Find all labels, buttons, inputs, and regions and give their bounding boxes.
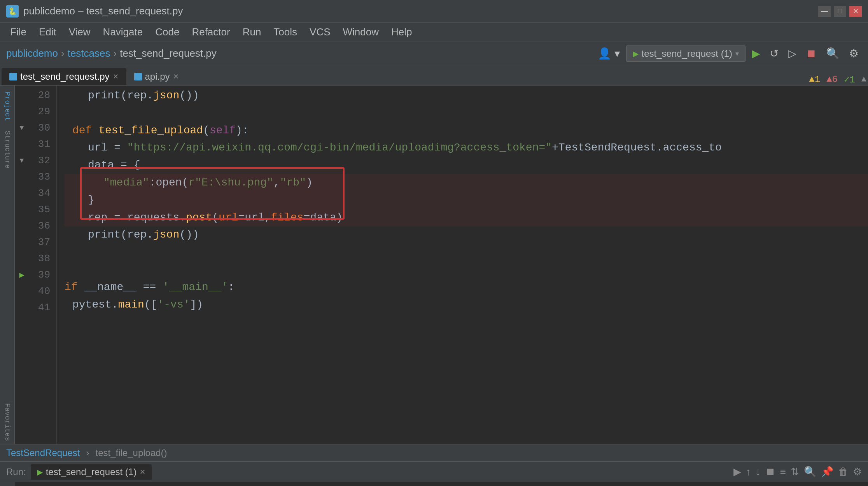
menu-navigate[interactable]: Navigate [98,24,149,40]
status-class[interactable]: TestSendRequest [6,448,80,458]
run-active-tab[interactable]: ▶ test_send_request (1) ✕ [31,464,152,480]
code-editor[interactable]: ▼ ▼ ▶ 28 29 30 [15,86,868,444]
menu-bar: File Edit View Navigate Code Refactor Ru… [0,23,868,42]
fold-icon-32: ▼ [20,157,24,164]
line-numbers: 28 29 30 31 32 33 34 35 36 37 38 39 40 4… [29,86,57,444]
tab-close-api[interactable]: ✕ [173,72,179,81]
tab-icon-api [134,73,142,80]
menu-refactor[interactable]: Refactor [186,24,235,40]
menu-run[interactable]: Run [237,24,267,40]
run-tab-icon: ▶ [37,467,43,477]
code-line-31: url = "https://api.weixin.qq.com/cgi-bin… [65,139,868,157]
menu-file[interactable]: File [5,24,32,40]
run-label: Run: [6,467,26,477]
code-line-39: if __name__ == '__main__': [65,279,868,296]
run-scroll-down-button[interactable]: ↓ [756,466,761,478]
menu-help[interactable]: Help [386,24,417,40]
code-line-41 [65,313,868,331]
tab-test-send-request[interactable]: test_send_request.py ✕ [2,68,126,85]
run-gutter-icon-39: ▶ [19,270,24,280]
tab-label-api: api.py [145,71,170,82]
breadcrumb-file[interactable]: test_send_request.py [120,47,217,59]
code-line-30: def test_file_upload(self): [65,122,868,140]
expand-icon[interactable]: ▲ [861,75,866,84]
code-line-29 [65,105,868,122]
run-sort-button[interactable]: ≡ [780,466,786,478]
menu-view[interactable]: View [63,24,96,40]
search-everywhere-button[interactable]: 🔍 [823,45,843,61]
title-bar: 🐍 publicdemo – test_send_request.py — □ … [0,0,868,23]
menu-code[interactable]: Code [150,24,185,40]
code-line-34: } [65,192,868,209]
error-count: ▲6 [826,74,838,85]
tab-close-active[interactable]: ✕ [113,72,119,81]
settings-button[interactable]: ⚙ [846,45,862,61]
run-pin-button[interactable]: 📌 [821,466,833,478]
structure-sidebar-icon[interactable]: Structure [2,128,13,171]
gutter: ▼ ▼ ▶ [15,86,29,444]
close-button[interactable]: ✕ [849,6,862,17]
code-line-32: data = { [65,157,868,174]
code-line-33: "media":open(r"E:\shu.png","rb") [65,174,868,192]
maximize-button[interactable]: □ [834,6,846,17]
run-panel-left-strip: ▶ ↑ ↓ ⏹ 📌 ≡ ⇅ 🗑 [0,482,15,486]
warning-indicators: ▲1 ▲6 ✓1 ▲ [809,74,866,85]
code-line-36: print(rep.json()) [65,226,868,244]
toolbar: publicdemo › testcases › test_send_reque… [0,42,868,65]
run-stop-button[interactable]: ⏹ [765,466,775,478]
code-line-38 [65,261,868,279]
ok-count: ✓1 [844,74,855,85]
run-filter-button[interactable]: 🔍 [804,466,816,478]
run-config-label: test_send_request (1) [642,48,732,59]
run-panel-body: ▶ ↑ ↓ ⏹ 📌 ≡ ⇅ 🗑 test_send_request.py::Te… [0,482,868,486]
rerun-button[interactable]: ↺ [766,45,782,61]
status-method[interactable]: test_file_upload() [95,448,167,458]
coverage-button[interactable]: ▷ [785,45,800,61]
tab-api[interactable]: api.py ✕ [126,68,187,85]
run-rerun-button[interactable]: ▶ [733,466,741,478]
run-clear-button[interactable]: 🗑 [838,466,848,478]
run-sort2-button[interactable]: ⇅ [791,466,799,478]
menu-tools[interactable]: Tools [268,24,303,40]
breadcrumb-project[interactable]: publicdemo [6,47,58,59]
project-sidebar-icon[interactable]: Project [2,89,13,124]
stop-button[interactable]: ⏹ [803,45,820,61]
run-button[interactable]: ▶ [749,45,763,61]
run-output: test_send_request.py::TestSendRequest::t… [15,482,868,486]
editor-status-bar: TestSendRequest › test_file_upload() [0,444,868,461]
app-icon: 🐍 [6,5,19,17]
code-content[interactable]: print(rep.json()) def test_file_upload(s… [57,86,868,444]
fold-icon-30: ▼ [20,124,24,132]
menu-window[interactable]: Window [338,24,384,40]
code-line-28: print(rep.json()) [65,87,868,105]
window-title: publicdemo – test_send_request.py [23,5,183,17]
run-tab-close[interactable]: ✕ [140,468,145,476]
code-line-40: pytest.main(['-vs']) [65,296,868,314]
run-panel-header: Run: ▶ test_send_request (1) ✕ ▶ ↑ ↓ ⏹ ≡… [0,462,868,482]
run-config-area: 👤 ▾ ▶ test_send_request (1) ▾ ▶ ↺ ▷ ⏹ 🔍 … [595,45,862,62]
run-panel-controls: ▶ ↑ ↓ ⏹ ≡ ⇅ 🔍 📌 🗑 ⚙ [733,466,862,478]
run-tab-label: test_send_request (1) [46,467,136,477]
warning-count: ▲1 [809,74,820,85]
window-controls: — □ ✕ [818,6,862,17]
tab-icon-py [9,73,17,80]
run-settings-button[interactable]: ⚙ [853,466,862,478]
favorites-sidebar-icon[interactable]: Favorites [2,400,13,444]
run-panel: Run: ▶ test_send_request (1) ✕ ▶ ↑ ↓ ⏹ ≡… [0,461,868,486]
code-line-37 [65,244,868,261]
tab-label-active: test_send_request.py [20,71,110,82]
editor-tabs: test_send_request.py ✕ api.py ✕ ▲1 ▲6 ✓1… [0,65,868,86]
profile-button[interactable]: 👤 ▾ [595,45,623,61]
code-line-35: rep = requests.post(url=url,files=data) [65,209,868,227]
breadcrumb-folder[interactable]: testcases [68,47,110,59]
run-config-dropdown[interactable]: ▶ test_send_request (1) ▾ [626,45,746,62]
menu-vcs[interactable]: VCS [304,24,336,40]
left-sidebar: Project Structure Favorites [0,86,15,444]
breadcrumb: publicdemo › testcases › test_send_reque… [6,47,217,59]
menu-edit[interactable]: Edit [33,24,62,40]
run-scroll-up-button[interactable]: ↑ [746,466,751,478]
minimize-button[interactable]: — [818,6,831,17]
